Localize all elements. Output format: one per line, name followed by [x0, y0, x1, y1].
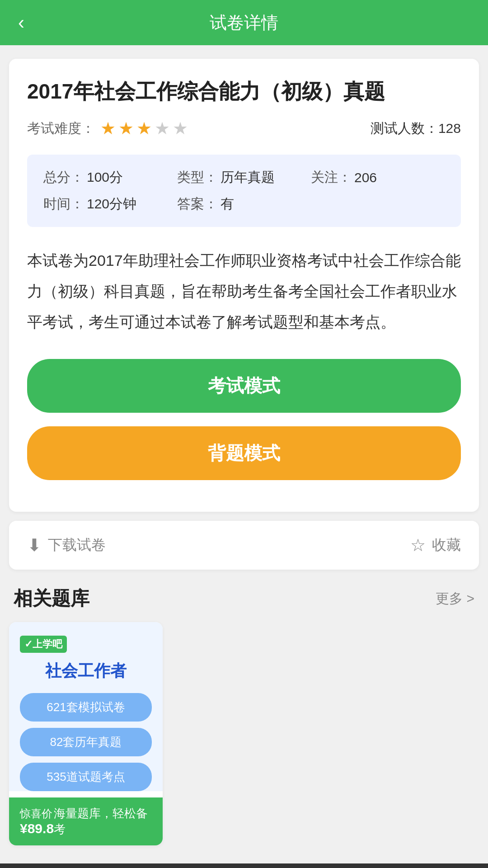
qbank-price: ¥89.8 [20, 821, 54, 836]
qbank-logo: ✓上学吧 [20, 636, 67, 653]
qbank-card[interactable]: ✓上学吧 社会工作者 621套模拟试卷 82套历年真题 535道试题考点 惊喜价… [9, 622, 163, 845]
info-answer: 答案： 有 [177, 195, 311, 213]
qbank-card-inner: ✓上学吧 社会工作者 621套模拟试卷 82套历年真题 535道试题考点 [9, 622, 163, 791]
qbank-logo-area: ✓上学吧 [20, 636, 152, 653]
info-time: 时间： 120分钟 [43, 195, 177, 213]
test-count: 测试人数：128 [371, 119, 461, 138]
download-label: 下载试卷 [48, 535, 106, 555]
download-icon: ⬇ [27, 535, 42, 555]
qbank-stat-3[interactable]: 535道试题考点 [20, 763, 152, 791]
info-row-1: 总分： 100分 类型： 历年真题 关注： 206 [43, 168, 445, 187]
test-count-label: 测试人数： [371, 121, 438, 136]
bottom-bar: REM 480.8 [0, 863, 488, 868]
qbank-stat-2[interactable]: 82套历年真题 [20, 728, 152, 756]
type-key: 类型： [177, 168, 218, 187]
collect-action[interactable]: ☆ 收藏 [410, 535, 461, 555]
related-title: 相关题库 [14, 586, 89, 611]
study-mode-button[interactable]: 背题模式 [27, 426, 461, 480]
test-count-value: 128 [438, 121, 461, 136]
qbank-name: 社会工作者 [20, 660, 152, 682]
exam-description: 本试卷为2017年助理社会工作师职业资格考试中社会工作综合能力（初级）科目真题，… [27, 245, 461, 337]
exam-detail-card: 2017年社会工作综合能力（初级）真题 考试难度： ★ ★ ★ ★ ★ 测试人数… [9, 59, 479, 512]
qbank-price-area: 惊喜价 ¥89.8 [20, 807, 54, 836]
info-attention: 关注： 206 [311, 168, 445, 187]
download-action[interactable]: ⬇ 下载试卷 [27, 535, 106, 555]
stars: ★ ★ ★ ★ ★ [100, 118, 188, 138]
answer-val: 有 [221, 195, 234, 213]
card-actions: ⬇ 下载试卷 ☆ 收藏 [9, 521, 479, 570]
exam-title: 2017年社会工作综合能力（初级）真题 [27, 77, 461, 106]
star-4: ★ [155, 118, 170, 138]
attention-key: 关注： [311, 168, 352, 187]
collect-icon: ☆ [410, 535, 426, 555]
type-val: 历年真题 [221, 168, 275, 187]
qbank-stat-1[interactable]: 621套模拟试卷 [20, 693, 152, 722]
back-button[interactable]: ‹ [18, 12, 24, 33]
related-section-header: 相关题库 更多 > [0, 570, 488, 622]
difficulty-label: 考试难度： [27, 119, 95, 138]
answer-key: 答案： [177, 195, 218, 213]
info-type: 类型： 历年真题 [177, 168, 311, 187]
attention-val: 206 [354, 170, 377, 185]
collect-label: 收藏 [432, 535, 461, 555]
info-total-score: 总分： 100分 [43, 168, 177, 187]
header: ‹ 试卷详情 [0, 0, 488, 45]
star-1: ★ [100, 118, 116, 138]
time-key: 时间： [43, 195, 84, 213]
more-button[interactable]: 更多 > [436, 590, 474, 608]
header-title: 试卷详情 [210, 11, 278, 34]
exam-mode-button[interactable]: 考试模式 [27, 359, 461, 413]
total-score-key: 总分： [43, 168, 84, 187]
star-2: ★ [118, 118, 134, 138]
qbank-footer: 惊喜价 ¥89.8 海量题库，轻松备考 [9, 797, 163, 845]
info-row-2: 时间： 120分钟 答案： 有 [43, 195, 445, 213]
star-3: ★ [136, 118, 152, 138]
info-grid: 总分： 100分 类型： 历年真题 关注： 206 时间： 120分钟 答案： … [27, 155, 461, 227]
time-val: 120分钟 [87, 195, 136, 213]
star-5: ★ [173, 118, 188, 138]
total-score-val: 100分 [87, 168, 123, 187]
qbank-price-prefix: 惊喜价 [20, 807, 54, 821]
qbank-slogan: 海量题库，轻松备考 [54, 806, 152, 837]
meta-row: 考试难度： ★ ★ ★ ★ ★ 测试人数：128 [27, 118, 461, 138]
